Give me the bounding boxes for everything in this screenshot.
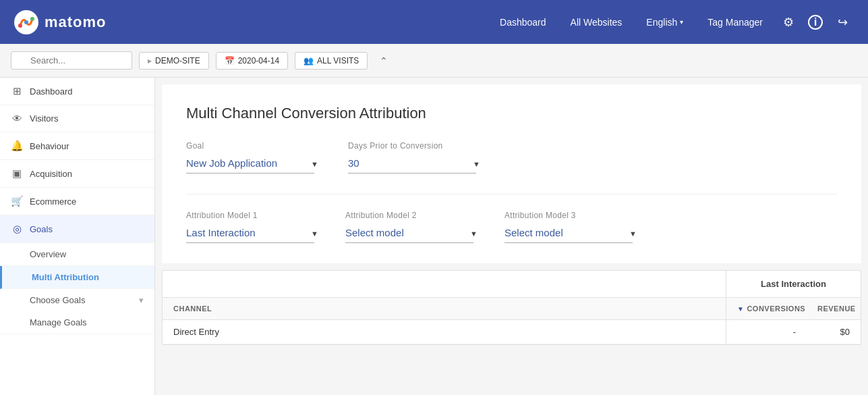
info-circle-icon: i	[808, 15, 823, 30]
conversions-cell: -	[726, 320, 807, 344]
sidebar-item-goals[interactable]: ◎ Goals	[0, 215, 154, 243]
model1-select-wrap: Last Interaction ▼	[186, 224, 321, 243]
sidebar-item-visitors[interactable]: 👁 Visitors	[0, 105, 154, 132]
triangle-icon: ▸	[148, 56, 152, 65]
days-label: Days Prior to Conversion	[348, 141, 483, 151]
signout-icon-btn[interactable]: ↪	[830, 10, 855, 34]
grid-icon: ⊞	[11, 85, 23, 97]
logo-area: matomo	[13, 9, 107, 35]
model2-label: Attribution Model 2	[345, 211, 480, 220]
nav-tag-manager[interactable]: Tag Manager	[697, 11, 774, 33]
model3-select[interactable]: Select model	[504, 224, 633, 243]
sidebar-sub-manage-goals[interactable]: Manage Goals	[0, 311, 154, 334]
visits-button[interactable]: 👥 ALL VISITS	[295, 52, 368, 70]
cart-icon: 🛒	[11, 195, 23, 207]
model1-group: Attribution Model 1 Last Interaction ▼	[186, 211, 321, 243]
model3-label: Attribution Model 3	[504, 211, 639, 220]
search-wrap: 🔍	[11, 51, 132, 70]
revenue-cell: $0	[807, 320, 861, 344]
model2-select-wrap: Select model ▼	[345, 224, 480, 243]
goal-select[interactable]: New Job Application	[186, 155, 314, 174]
search-input[interactable]	[11, 51, 132, 70]
sidebar-sub-multi-attribution[interactable]: Multi Attribution	[0, 266, 154, 289]
goal-group: Goal New Job Application ▼	[186, 141, 321, 174]
goal-label: Goal	[186, 141, 321, 151]
attribution-row: Attribution Model 1 Last Interaction ▼ A…	[186, 211, 837, 243]
settings-icon-btn[interactable]: ⚙	[776, 10, 801, 34]
logo-text: matomo	[45, 14, 107, 31]
eye-icon: 👁	[11, 113, 23, 124]
sidebar-item-behaviour[interactable]: 🔔 Behaviour	[0, 132, 154, 160]
revenue-column-header: REVENUE	[807, 298, 861, 319]
model2-group: Attribution Model 2 Select model ▼	[345, 211, 480, 243]
chevron-right-icon: ▾	[139, 295, 144, 305]
nav-dashboard[interactable]: Dashboard	[489, 11, 557, 33]
channel-cell: Direct Entry	[163, 320, 726, 344]
bell-icon: 🔔	[11, 140, 23, 152]
table-section: Last Interaction CHANNEL ▼ CONVERSIONS R…	[162, 270, 861, 345]
svg-point-3	[30, 17, 34, 21]
chevron-up-icon: ⌃	[380, 55, 388, 66]
sidebar-sub-choose-goals[interactable]: Choose Goals ▾	[0, 289, 154, 311]
table-column-headers: CHANNEL ▼ CONVERSIONS REVENUE	[163, 298, 861, 320]
page-title: Multi Channel Conversion Attribution	[186, 105, 837, 122]
sort-icon: ▼	[737, 305, 744, 313]
model1-select[interactable]: Last Interaction	[186, 224, 314, 243]
target-icon: ◎	[11, 223, 23, 235]
sidebar-sub-overview[interactable]: Overview	[0, 243, 154, 266]
sidebar-item-dashboard[interactable]: ⊞ Dashboard	[0, 78, 154, 105]
sidebar-item-ecommerce[interactable]: 🛒 Ecommerce	[0, 188, 154, 215]
top-navigation: matomo Dashboard All Websites English ▾ …	[0, 0, 868, 44]
table-row: Direct Entry - $0	[163, 320, 861, 344]
calendar-icon: 📅	[225, 56, 235, 65]
days-select-wrap: 30 ▼	[348, 155, 483, 174]
model3-group: Attribution Model 3 Select model ▼	[504, 211, 639, 243]
svg-point-2	[24, 20, 28, 24]
acquisition-icon: ▣	[11, 167, 23, 180]
users-icon: 👥	[303, 56, 314, 65]
sidebar: ⊞ Dashboard 👁 Visitors 🔔 Behaviour ▣ Acq…	[0, 78, 155, 395]
model1-label: Attribution Model 1	[186, 211, 321, 220]
table-model-header-row: Last Interaction	[163, 271, 861, 298]
gear-icon: ⚙	[783, 15, 794, 30]
toolbar: 🔍 ▸ DEMO-SITE 📅 2020-04-14 👥 ALL VISITS …	[0, 44, 868, 78]
channel-column-header: CHANNEL	[163, 298, 726, 319]
model2-select[interactable]: Select model	[345, 224, 473, 243]
section-divider	[186, 194, 837, 194]
nav-english[interactable]: English ▾	[635, 11, 694, 33]
sidebar-item-acquisition[interactable]: ▣ Acquisition	[0, 160, 154, 188]
days-select[interactable]: 30	[348, 155, 476, 174]
main-layout: ⊞ Dashboard 👁 Visitors 🔔 Behaviour ▣ Acq…	[0, 78, 868, 395]
signout-icon: ↪	[838, 15, 848, 30]
date-button[interactable]: 📅 2020-04-14	[216, 52, 288, 70]
table-model-header: Last Interaction	[726, 271, 861, 297]
goal-select-wrap: New Job Application ▼	[186, 155, 321, 174]
days-group: Days Prior to Conversion 30 ▼	[348, 141, 483, 174]
main-content: Multi Channel Conversion Attribution Goa…	[155, 78, 868, 395]
goal-days-row: Goal New Job Application ▼ Days Prior to…	[186, 141, 837, 174]
model3-select-wrap: Select model ▼	[504, 224, 639, 243]
chevron-down-icon: ▾	[680, 18, 683, 26]
nav-all-websites[interactable]: All Websites	[560, 11, 633, 33]
matomo-logo-icon	[13, 9, 39, 35]
conversions-column-header: ▼ CONVERSIONS	[726, 298, 807, 319]
content-inner: Multi Channel Conversion Attribution Goa…	[162, 84, 861, 263]
nav-links: Dashboard All Websites English ▾ Tag Man…	[489, 10, 855, 34]
help-icon-btn[interactable]: i	[803, 10, 828, 34]
svg-point-1	[18, 24, 22, 28]
collapse-button[interactable]: ⌃	[374, 53, 393, 69]
demo-site-button[interactable]: ▸ DEMO-SITE	[139, 52, 209, 70]
